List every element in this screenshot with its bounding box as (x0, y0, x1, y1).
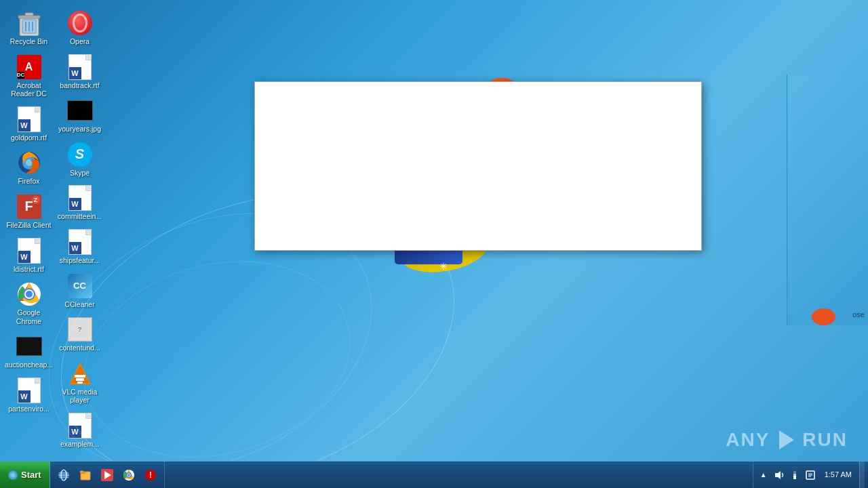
committeein-label: committeein... (58, 212, 102, 221)
desktop-icon-contentund[interactable]: ? contentund... (54, 313, 105, 356)
svg-rect-39 (793, 476, 796, 479)
acrobat-icon: A DC (16, 54, 42, 80)
auctioncheap-label: auctioncheap... (5, 361, 53, 369)
shipsfeatur-icon: W (67, 229, 93, 255)
desktop-icon-skype[interactable]: S Skype (54, 138, 105, 181)
desktop-icon-youryears[interactable]: youryears.jpg (54, 94, 105, 137)
anyrun-play-icon (775, 429, 797, 451)
filezilla-icon: F Z (16, 194, 42, 220)
anyrun-text: ANY (726, 429, 770, 451)
desktop-icon-firefox[interactable]: Firefox (3, 146, 54, 189)
tray-action-icon[interactable] (804, 468, 817, 482)
tray-expand-icon[interactable]: ▲ (757, 468, 770, 482)
show-desktop-button[interactable] (859, 462, 865, 489)
firefox-label: Firefox (18, 177, 39, 186)
taskbar-anyrun-icon[interactable] (96, 464, 118, 487)
filezilla-label: FileZilla Client (7, 221, 52, 230)
taskbar-explorer-icon[interactable] (75, 464, 96, 487)
desktop-icon-recycle-bin[interactable]: Recycle Bin (3, 7, 54, 49)
taskbar-running-apps (165, 462, 753, 489)
goldporn-icon: W (16, 106, 42, 132)
start-button[interactable]: Start (0, 462, 50, 489)
desktop-icon-partsenviro[interactable]: W partsenviro... (3, 374, 54, 417)
ldistrict-icon: W (16, 238, 42, 264)
youryears-icon (67, 98, 93, 123)
desktop-icons: Recycle Bin A DC Acrobat Reader DC W (0, 0, 156, 461)
contentund-icon: ? (67, 317, 93, 342)
contentund-label: contentund... (59, 344, 100, 352)
anyrun-text2: RUN (802, 429, 848, 451)
clock[interactable]: 1:57 AM (819, 470, 857, 479)
svg-text:!: ! (149, 470, 152, 480)
examplem-label: examplem... (60, 440, 99, 449)
desktop-icon-committeein[interactable]: W committeein... (54, 182, 105, 224)
goldporn-label: goldporn.rtf (11, 134, 47, 142)
svg-rect-27 (80, 471, 83, 472)
svg-marker-19 (779, 430, 794, 449)
taskbar: Start (0, 461, 868, 488)
recycle-bin-label: Recycle Bin (10, 37, 47, 46)
desktop-icon-ldistrict[interactable]: W ldistrict.rtf (3, 235, 54, 277)
close-label: ose (852, 310, 865, 319)
tray-network-icon[interactable] (788, 468, 802, 482)
taskbar-chrome-taskbar-icon[interactable] (118, 464, 140, 487)
skype-label: Skype (70, 169, 90, 178)
clock-time: 1:57 AM (825, 470, 852, 479)
desktop-icon-auctioncheap[interactable]: auctioncheap... (3, 330, 54, 373)
partsenviro-label: partsenviro... (8, 405, 50, 413)
skype-icon: S (67, 142, 93, 167)
ccleaner-icon: CC (67, 273, 93, 299)
anyrun-watermark: ANY RUN (726, 429, 848, 451)
svg-marker-36 (775, 471, 781, 479)
system-tray: ▲ (753, 462, 868, 489)
youryears-label: youryears.jpg (58, 125, 101, 134)
ccleaner-label: CCleaner (64, 300, 94, 309)
desktop-icon-shipsfeatur[interactable]: W shipsfeatur... (54, 226, 105, 268)
right-panel: ose (787, 75, 868, 325)
desktop-icon-vlc[interactable]: VLC media player (54, 357, 105, 408)
desktop-icon-filezilla[interactable]: F Z FileZilla Client (3, 190, 54, 233)
desktop-icon-ccleaner[interactable]: CC CCleaner (54, 270, 105, 312)
committeein-icon: W (67, 185, 93, 211)
opera-icon (67, 10, 93, 36)
shipsfeatur-label: shipsfeatur... (60, 256, 100, 265)
opera-label: Opera (70, 37, 90, 46)
ldistrict-label: ldistrict.rtf (14, 265, 44, 274)
desktop-icon-bandtrack[interactable]: W bandtrack.rtf (54, 51, 105, 94)
desktop-icon-opera[interactable]: Opera (54, 7, 105, 49)
recycle-bin-icon (16, 10, 42, 36)
firefox-icon (16, 150, 42, 176)
desktop-icon-acrobat[interactable]: A DC Acrobat Reader DC (3, 51, 54, 102)
popup-window (254, 81, 702, 251)
bandtrack-icon: W (67, 54, 93, 80)
start-orb-icon (8, 470, 18, 480)
desktop-icon-examplem[interactable]: W examplem... (54, 409, 105, 452)
vlc-label: VLC media player (56, 388, 103, 405)
auctioncheap-icon (16, 333, 42, 359)
sparkle2: ✳ (439, 261, 448, 272)
svg-rect-18 (77, 382, 83, 384)
taskbar-ie-icon[interactable] (53, 464, 75, 487)
vlc-icon (67, 361, 93, 386)
chrome-label: Google Chrome (5, 308, 52, 325)
tray-volume-icon[interactable] (772, 468, 786, 482)
desktop-icon-chrome[interactable]: Google Chrome (3, 278, 54, 329)
desktop-icon-goldporn[interactable]: W goldporn.rtf (3, 103, 54, 146)
svg-rect-16 (75, 375, 85, 378)
taskbar-error-icon[interactable]: ! (140, 464, 161, 487)
chrome-icon (16, 281, 42, 307)
acrobat-label: Acrobat Reader DC (5, 81, 52, 98)
svg-rect-3 (18, 16, 40, 18)
partsenviro-icon: W (16, 378, 42, 403)
desktop: Recycle Bin A DC Acrobat Reader DC W (0, 0, 868, 488)
svg-point-13 (26, 291, 33, 298)
start-label: Start (21, 470, 41, 480)
taskbar-quicklaunch: ! (50, 462, 165, 489)
svg-point-33 (127, 474, 130, 476)
bandtrack-label: bandtrack.rtf (60, 81, 99, 90)
examplem-icon: W (67, 413, 93, 439)
svg-rect-17 (76, 378, 84, 381)
